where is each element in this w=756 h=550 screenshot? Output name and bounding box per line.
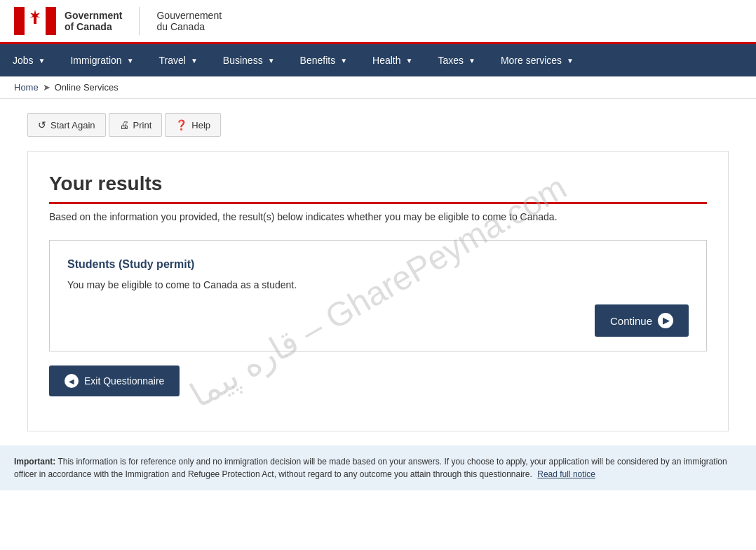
svg-rect-0 xyxy=(14,7,25,35)
nav-link-travel[interactable]: Travel ▼ xyxy=(147,44,210,76)
nav-item-jobs[interactable]: Jobs ▼ xyxy=(0,44,58,76)
content-area: قاره پیما – GharePeyma.com Your results … xyxy=(27,151,729,431)
chevron-down-icon: ▼ xyxy=(39,57,46,65)
chevron-down-icon: ▼ xyxy=(406,57,413,65)
nav-link-more-services[interactable]: More services ▼ xyxy=(488,44,586,76)
print-button[interactable]: 🖨 Print xyxy=(109,113,163,137)
chevron-down-icon: ▼ xyxy=(567,57,574,65)
footer-notice-text: This information is for reference only a… xyxy=(14,457,727,479)
result-card-title: Students (Study permit) xyxy=(67,258,689,271)
canada-flag-icon xyxy=(14,7,56,35)
svg-rect-4 xyxy=(34,17,36,24)
page-title: Your results xyxy=(49,173,707,204)
result-card-text: You may be eligible to come to Canada as… xyxy=(67,279,689,290)
nav-list: Jobs ▼ Immigration ▼ Travel ▼ Business ▼ xyxy=(0,44,756,76)
arrow-right-icon: ▶ xyxy=(663,316,669,326)
nav-link-jobs[interactable]: Jobs ▼ xyxy=(0,44,58,76)
nav-item-travel[interactable]: Travel ▼ xyxy=(147,44,210,76)
chevron-down-icon: ▼ xyxy=(468,57,475,65)
exit-circle-icon: ◀ xyxy=(65,374,79,388)
start-again-button[interactable]: ↺ Start Again xyxy=(27,113,106,137)
gov-name-en: Government of Canada xyxy=(65,10,122,32)
help-icon: ❓ xyxy=(175,119,187,130)
nav-item-benefits[interactable]: Benefits ▼ xyxy=(288,44,360,76)
main-nav: Jobs ▼ Immigration ▼ Travel ▼ Business ▼ xyxy=(0,44,756,76)
nav-item-immigration[interactable]: Immigration ▼ xyxy=(58,44,146,76)
logo-container: Government of Canada Gouvernement du Can… xyxy=(14,7,222,35)
exit-icon: ◀ xyxy=(69,377,74,385)
exit-questionnaire-button[interactable]: ◀ Exit Questionnaire xyxy=(49,365,180,396)
refresh-icon: ↺ xyxy=(38,119,46,130)
nav-link-taxes[interactable]: Taxes ▼ xyxy=(425,44,487,76)
nav-item-more-services[interactable]: More services ▼ xyxy=(488,44,586,76)
footer-notice: Important: This information is for refer… xyxy=(0,445,756,490)
breadcrumb-current: Online Services xyxy=(55,82,119,93)
breadcrumb-home[interactable]: Home xyxy=(14,82,39,93)
nav-link-business[interactable]: Business ▼ xyxy=(210,44,288,76)
help-button[interactable]: ❓ Help xyxy=(165,113,221,137)
breadcrumb-separator-icon: ➤ xyxy=(43,82,50,93)
nav-item-business[interactable]: Business ▼ xyxy=(210,44,288,76)
chevron-down-icon: ▼ xyxy=(268,57,275,65)
print-icon: 🖨 xyxy=(119,119,129,130)
svg-rect-2 xyxy=(46,7,56,35)
site-header: Government of Canada Gouvernement du Can… xyxy=(0,0,756,44)
read-full-notice-link[interactable]: Read full notice xyxy=(537,469,595,479)
continue-button[interactable]: Continue ▶ xyxy=(595,304,689,337)
nav-item-taxes[interactable]: Taxes ▼ xyxy=(425,44,487,76)
header-separator xyxy=(139,7,140,35)
chevron-down-icon: ▼ xyxy=(127,57,134,65)
important-label: Important: xyxy=(14,457,55,467)
main-container: ↺ Start Again 🖨 Print ❓ Help قاره پیما –… xyxy=(13,99,743,445)
chevron-down-icon: ▼ xyxy=(191,57,198,65)
toolbar: ↺ Start Again 🖨 Print ❓ Help xyxy=(27,113,729,137)
nav-link-health[interactable]: Health ▼ xyxy=(360,44,425,76)
breadcrumb: Home ➤ Online Services xyxy=(0,76,756,99)
result-card: Students (Study permit) You may be eligi… xyxy=(49,240,707,351)
nav-item-health[interactable]: Health ▼ xyxy=(360,44,425,76)
continue-circle-icon: ▶ xyxy=(658,313,673,328)
gov-name-fr: Gouvernement du Canada xyxy=(156,10,222,32)
nav-link-benefits[interactable]: Benefits ▼ xyxy=(288,44,360,76)
nav-link-immigration[interactable]: Immigration ▼ xyxy=(58,44,146,76)
chevron-down-icon: ▼ xyxy=(340,57,347,65)
results-description: Based on the information you provided, t… xyxy=(49,211,707,222)
